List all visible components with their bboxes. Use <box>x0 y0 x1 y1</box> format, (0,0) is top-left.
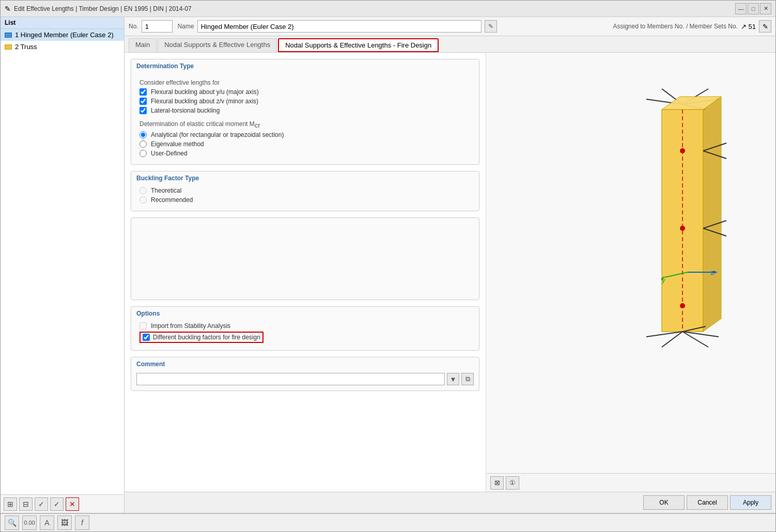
determination-type-content: Consider effective lengths for Flexural … <box>131 72 479 164</box>
flex-zv-label: Flexural buckling about z/v (minor axis) <box>151 98 258 105</box>
svg-marker-6 <box>703 97 721 332</box>
view-canvas: z y <box>486 53 775 473</box>
name-label: Name <box>178 23 194 30</box>
no-label: No. <box>129 23 138 30</box>
svg-line-17 <box>682 332 719 337</box>
no-field-group: No. <box>129 20 173 33</box>
theoretical-radio[interactable] <box>139 187 147 194</box>
bottom-bar: 🔍 0.00 A 🖼 f <box>1 513 775 531</box>
options-section: Options Import from Stability Analysis <box>131 306 479 351</box>
import-stability-label: Import from Stability Analysis <box>151 322 230 330</box>
header-fields: No. Name ✎ Assigned to Members No. / Mem… <box>125 17 775 36</box>
image-tool-button[interactable]: 🖼 <box>57 515 72 530</box>
name-edit-button[interactable]: ✎ <box>485 20 497 33</box>
view-footer: ⊠ ① <box>486 473 775 492</box>
comment-copy-button[interactable]: ⧉ <box>461 373 474 385</box>
window-controls: — □ ✕ <box>735 3 771 14</box>
list-item[interactable]: 1 Hinged Member (Euler Case 2) <box>1 29 124 41</box>
import-stability-row: Import from Stability Analysis <box>139 322 471 330</box>
different-buckling-checkbox[interactable] <box>143 334 150 341</box>
comment-title: Comment <box>131 357 479 370</box>
decimal-tool-button[interactable]: 0.00 <box>22 515 37 530</box>
theoretical-label: Theoretical <box>151 187 181 194</box>
apply-button[interactable]: Apply <box>730 495 771 510</box>
different-buckling-label: Different buckling factors for fire desi… <box>153 334 260 341</box>
eigenvalue-radio[interactable] <box>139 140 147 148</box>
assigned-label: Assigned to Members No. / Member Sets No… <box>613 23 737 30</box>
clear-button[interactable]: ✕ <box>66 497 79 511</box>
lateral-row: Lateral-torsional buckling <box>139 107 471 114</box>
function-tool-button[interactable]: f <box>75 515 89 530</box>
name-input[interactable] <box>197 20 482 33</box>
flex-zv-row: Flexural buckling about z/v (minor axis) <box>139 98 471 105</box>
consider-label: Consider effective lengths for <box>139 79 471 86</box>
svg-point-10 <box>680 226 685 231</box>
add-row-button[interactable]: ⊞ <box>4 497 17 511</box>
tab-main-label: Main <box>135 41 150 49</box>
import-stability-checkbox[interactable] <box>139 322 147 330</box>
tab-fire-design[interactable]: Nodal Supports & Effective Lengths - Fir… <box>278 38 439 52</box>
buckling-factor-section: Buckling Factor Type Theoretical Recomme… <box>131 171 479 211</box>
check-button[interactable]: ✓ <box>35 497 48 511</box>
list-item[interactable]: 2 Truss <box>1 41 124 53</box>
recommended-row: Recommended <box>139 196 471 204</box>
dialog-buttons: OK Cancel Apply <box>125 492 775 513</box>
comment-dropdown-button[interactable]: ▼ <box>447 373 459 385</box>
list-panel: 1 Hinged Member (Euler Case 2) 2 Truss <box>1 29 124 494</box>
assigned-section: Assigned to Members No. / Member Sets No… <box>613 20 771 33</box>
main-window: ✎ Edit Effective Lengths | Timber Design… <box>0 0 776 532</box>
left-panel: List 1 Hinged Member (Euler Case 2) 2 Tr… <box>1 17 125 513</box>
lateral-label: Lateral-torsional buckling <box>151 107 220 114</box>
comment-section: Comment ▼ ⧉ <box>131 357 479 391</box>
column-3d-view: z y <box>631 84 734 373</box>
close-button[interactable]: ✕ <box>760 3 771 14</box>
cancel-button[interactable]: Cancel <box>687 495 728 510</box>
recommended-radio[interactable] <box>139 196 147 204</box>
determination-type-section: Determination Type Consider effective le… <box>131 59 479 165</box>
eigenvalue-label: Eigenvalue method <box>151 140 204 148</box>
theoretical-row: Theoretical <box>139 187 471 194</box>
blue-icon <box>5 33 12 38</box>
analytical-label: Analytical (for rectangular or trapezoid… <box>151 131 284 138</box>
minimize-button[interactable]: — <box>735 3 747 14</box>
check2-button[interactable]: ✓ <box>50 497 64 511</box>
ok-button[interactable]: OK <box>643 495 685 510</box>
assigned-edit-button[interactable]: ✎ <box>759 20 771 33</box>
buckling-factor-content: Theoretical Recommended <box>131 184 479 211</box>
assigned-number: ↗ 51 <box>741 23 756 30</box>
view-panel: z y ⊠ ① <box>486 53 775 492</box>
user-defined-radio[interactable] <box>139 150 147 157</box>
delete-row-button[interactable]: ⊟ <box>19 497 33 511</box>
main-layout: List 1 Hinged Member (Euler Case 2) 2 Tr… <box>1 17 775 513</box>
text-tool-button[interactable]: A <box>40 515 54 530</box>
tab-nodal-label: Nodal Supports & Effective Lengths <box>164 41 270 49</box>
view-tool-2[interactable]: ① <box>506 476 519 490</box>
yellow-icon <box>5 44 12 50</box>
flex-yu-checkbox[interactable] <box>139 88 147 96</box>
svg-point-11 <box>680 303 685 308</box>
maximize-button[interactable]: □ <box>748 3 759 14</box>
analytical-radio[interactable] <box>139 131 147 138</box>
window-icon: ✎ <box>5 5 11 13</box>
user-defined-row: User-Defined <box>139 150 471 157</box>
buckling-factor-title: Buckling Factor Type <box>131 171 479 184</box>
title-bar: ✎ Edit Effective Lengths | Timber Design… <box>1 1 775 17</box>
tab-main[interactable]: Main <box>129 38 157 52</box>
view-tool-1[interactable]: ⊠ <box>490 476 504 490</box>
different-buckling-highlighted: Different buckling factors for fire desi… <box>139 332 263 343</box>
window-title: Edit Effective Lengths | Timber Design |… <box>14 5 732 12</box>
eigenvalue-row: Eigenvalue method <box>139 140 471 148</box>
tab-nodal-supports[interactable]: Nodal Supports & Effective Lengths <box>158 38 277 52</box>
lateral-checkbox[interactable] <box>139 107 147 114</box>
no-input[interactable] <box>142 20 173 33</box>
mcr-label: Determination of elastic critical moment… <box>139 120 471 129</box>
search-tool-button[interactable]: 🔍 <box>5 515 19 530</box>
flex-yu-label: Flexural buckling about y/u (major axis) <box>151 88 259 96</box>
determination-type-title: Determination Type <box>131 59 479 72</box>
comment-input[interactable] <box>136 373 445 385</box>
user-defined-label: User-Defined <box>151 150 188 157</box>
content-area: Determination Type Consider effective le… <box>125 53 775 492</box>
flex-zv-checkbox[interactable] <box>139 98 147 105</box>
options-title: Options <box>131 307 479 319</box>
name-field-group: Name ✎ <box>178 20 497 33</box>
